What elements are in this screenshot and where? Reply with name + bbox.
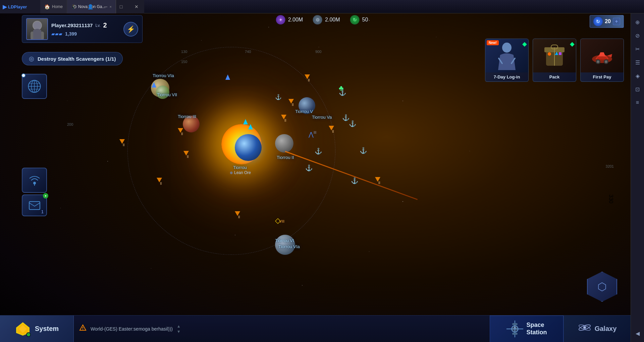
win-minimize-btn[interactable]: ─ [98,0,113,13]
globe-button[interactable] [22,74,47,99]
window-chrome: ▶ LDPlayer 🏠 Home 📱 Nova:Iron Ga... × ⚙ … [0,0,144,13]
ship-1[interactable] [225,74,230,80]
svg-point-2 [33,21,41,30]
resource-purple-value: 2.00M [288,17,303,23]
anchor-7[interactable]: ⚓ [360,147,367,154]
player-hud: Player.293211137 Lv. 2 ▰▰▰ 1,399 ⚡ [22,15,143,43]
right-tool-2[interactable]: ⊘ [632,30,643,41]
power-button[interactable]: ⚡ [123,22,138,37]
station-label-group: Space Station [527,322,547,336]
tab-home[interactable]: 🏠 Home [40,0,67,13]
rewards-panel: New! ◆ 7-Day Log-in ◆ [485,39,624,82]
player-info: Player.293211137 Lv. 2 ▰▰▰ 1,399 [51,21,120,37]
svg-point-17 [548,52,551,56]
right-tool-5[interactable]: ◈ [632,70,643,81]
ship-3[interactable] [243,119,248,124]
galaxy-icon [578,321,591,337]
mail-badge: ● [43,193,48,198]
mail-button[interactable]: ● 1 [22,194,47,216]
planet-vib[interactable] [275,235,295,255]
window-controls: ⚙ 👤 ─ □ ✕ [67,0,144,13]
svg-rect-19 [559,52,561,55]
signal-button[interactable] [22,168,47,193]
hex-widget[interactable]: ⬡ [587,272,617,302]
spire-icon[interactable]: ♣ [339,84,343,93]
ship-4[interactable] [248,124,253,129]
svg-rect-36 [512,323,517,325]
right-tool-3[interactable]: ✂ [632,44,643,54]
xp-value: 1,399 [65,31,77,37]
planet-v[interactable] [299,97,315,114]
sync-icon: ↻ [596,19,600,24]
nav-marker-7[interactable] [288,99,294,104]
galaxy-button[interactable]: Galaxy [564,316,631,342]
right-tool-expand[interactable]: ◀ [632,328,643,339]
win-restore-btn[interactable]: □ [113,0,129,13]
right-tool-6[interactable]: ⊡ [632,84,643,95]
nav-marker-8[interactable] [281,115,286,119]
win-settings-btn[interactable]: ⚙ [67,0,83,13]
diamond-marker-label: VIII [279,220,284,223]
resource-green: ↻ 50 [350,15,368,24]
right-tool-7[interactable]: ≡ [632,97,643,108]
anchor-8[interactable]: ⚓ [351,177,358,184]
space-station-button[interactable]: Space Station [490,316,564,342]
resource-green-value: 50 [362,17,368,23]
mail-wrapper: ● 1 [22,194,47,216]
nav-marker-2[interactable] [178,128,183,133]
nav-marker-5[interactable] [157,178,162,182]
anchor-6[interactable]: ⚓ [349,120,356,127]
anchor-4[interactable]: ⚓ [315,148,322,155]
right-tool-4[interactable]: ☰ [632,57,643,68]
player-name: Player.293211137 [51,22,93,28]
planet-vii[interactable] [156,86,169,99]
arrow-up[interactable]: ▲ [177,324,181,329]
planet-iii[interactable] [183,116,200,132]
anchor-1[interactable]: ⚓ [275,94,282,100]
chat-marker-icon [79,324,87,332]
right-tool-1[interactable]: ⊕ [632,17,643,27]
nav-marker-1[interactable] [305,74,310,79]
alliance-marker-label-1: III [314,131,316,134]
ship-2[interactable] [152,82,156,88]
mail-count: 1 [41,209,44,214]
resource-green-icon: ↻ [350,15,360,24]
reward-new-badge: New! [487,40,499,45]
nav-marker-6[interactable] [235,211,240,216]
nav-marker-3[interactable] [119,139,125,144]
win-user-btn[interactable]: 👤 [83,0,98,13]
reward-pack[interactable]: ◆ Pack [533,39,576,82]
quest-icon: ◎ [29,55,34,62]
chat-area: World-(GES) Easter:semoga berhasil))) ▲ … [74,316,490,342]
system-label: System [35,325,59,333]
quest-bar[interactable]: ◎ Destroy Stealth Scavengers (1/1) [22,52,123,65]
reward-7day-image: New! ◆ [485,39,528,72]
reward-7day[interactable]: New! ◆ 7-Day Log-in [485,39,529,82]
nav-marker-9[interactable] [329,126,334,130]
reward-firstpay[interactable]: First Pay [580,39,624,82]
system-button[interactable]: System [0,316,74,342]
planet-ii[interactable] [275,134,293,153]
reward-firstpay-label: First Pay [592,72,613,81]
svg-point-42 [584,327,586,329]
reward-pack-image: ◆ [533,39,576,72]
globe-dot [21,73,25,77]
anchor-3[interactable]: ⚓ [342,114,350,121]
sync-plus-btn[interactable]: + [613,18,620,25]
sync-icon-circle: ↻ [593,17,603,26]
arrow-down[interactable]: ▼ [177,329,181,334]
home-tab-icon: 🏠 [44,4,50,9]
station-label-line1: Space [527,322,547,329]
nav-marker-10[interactable] [375,177,380,182]
win-close-btn[interactable]: ✕ [129,0,144,13]
bottom-bar: System World-(GES) Easter:semoga berhasi… [0,315,631,342]
player-avatar[interactable] [26,18,48,40]
system-dot [26,332,31,337]
hex-icon: ⬡ [587,272,617,302]
anchor-5[interactable]: ⚓ [305,164,313,172]
reward-firstpay-image [581,39,624,72]
nav-marker-4[interactable] [183,151,189,156]
player-name-row: Player.293211137 Lv. 2 [51,21,120,29]
alliance-marker-1[interactable]: ⋀ [309,131,314,138]
planet-tiorrou[interactable] [235,134,262,161]
